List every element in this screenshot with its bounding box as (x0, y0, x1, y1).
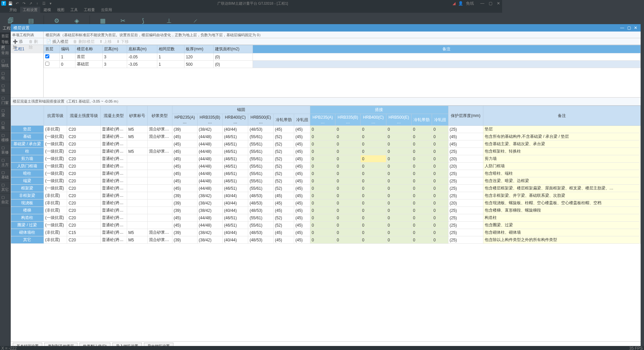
project-list: 单项工程列表 ➕ 添加 🗑 删除 工程1 (11, 32, 44, 97)
sidebar-item[interactable]: ▢ 门窗 (0, 95, 11, 107)
sidebar-item[interactable]: ▢ 梁 (0, 107, 11, 119)
row-name[interactable]: 人防门框墙 (11, 163, 44, 170)
sidebar-item[interactable]: ▢ 基础 (0, 169, 11, 181)
row-name[interactable]: 暗柱 (11, 170, 44, 177)
floor-list-head: 楼层列表（基础层和标准层不能设置为首层。设置首层后，楼层编码自动变化，正数为地上… (44, 32, 502, 38)
close-icon[interactable]: ✕ (496, 1, 501, 6)
menubar: 开始工程设置建模视图工具工程量云应用 (0, 7, 502, 13)
lower-area: 楼层混凝土强度和锚固搭接设置（工程1 基础层, -3.05 ~ -0.05 m）… (11, 97, 502, 272)
sidebar-item[interactable]: ▢ 常用 (0, 45, 11, 57)
first-checkbox[interactable] (45, 62, 49, 66)
tab-2[interactable]: 建模 (41, 7, 54, 13)
concrete-table[interactable]: 抗震等级混凝土强度等级混凝土类型砂浆标号砂浆类型锚固搭接保护层厚度(mm)备注H… (11, 106, 502, 244)
add-project-button[interactable]: ➕ 添加 (13, 39, 26, 44)
row-name[interactable]: 楼梯 (11, 207, 44, 214)
qat-up-icon[interactable]: ↑ (35, 1, 40, 6)
sidebar-item[interactable]: ▢ 自定 (0, 194, 11, 206)
min-icon[interactable]: — (480, 1, 485, 6)
row-name[interactable]: 构造柱 (11, 214, 44, 222)
max-icon[interactable]: ▢ (488, 1, 493, 6)
row-name[interactable]: 剪力墙 (11, 155, 44, 163)
tab-6[interactable]: 云应用 (98, 7, 115, 13)
skin-icon[interactable]: ◢ (452, 1, 455, 6)
sidebar-item[interactable]: ▢ 装修 (0, 144, 11, 157)
sidebar: 首层 导航树 ▢ 常用▢ 轴线▢ 柱▢ 墙▢ 门窗▢ 梁▢ 板▢ 楼梯▢ 装修▢… (0, 33, 11, 268)
app-icon: T (1, 1, 6, 6)
sidebar-item[interactable]: ▢ 轴线 (0, 57, 11, 70)
qat-arrow-icon[interactable]: ↗ (28, 1, 33, 6)
floor-area: 楼层列表（基础层和标准层不能设置为首层。设置首层后，楼层编码自动变化，正数为地上… (44, 32, 502, 97)
sidebar-item[interactable]: ▢ 板 (0, 119, 11, 132)
panel: 楼层设置 — ▢ ✕ 单项工程列表 ➕ 添加 🗑 删除 工程1 楼层列表（基础层… (11, 24, 502, 272)
sidebar-item[interactable]: ▢ 土方 (0, 157, 11, 169)
tab-0[interactable]: 开始 (7, 7, 19, 13)
insert-floor-button[interactable]: 📄 插入楼层 (46, 39, 68, 44)
delete-floor-button: 🗑 删除楼层 (73, 39, 94, 44)
sidebar-item[interactable]: ▢ 楼梯 (0, 132, 11, 144)
del-project-button: 🗑 删除 (29, 39, 41, 44)
titlebar: T 💾 ↶ ↷ ↗ ↑ ☲ ▾ 广联达BIM土建计量平台 GTJ2018 - [… (0, 0, 502, 7)
qat-redo-icon[interactable]: ↷ (21, 1, 26, 6)
row-name[interactable]: 端梁 (11, 177, 44, 185)
concrete-title: 楼层混凝土强度和锚固搭接设置（工程1 基础层, -3.05 ~ -0.05 m） (11, 97, 502, 106)
sidebar-tree: 导航树 (0, 39, 11, 45)
tab-4[interactable]: 工具 (68, 7, 80, 13)
qat-down-icon[interactable]: ▾ (48, 1, 53, 6)
app-title: 广联达BIM土建计量平台 GTJ2018 - [工程1] (53, 1, 452, 6)
tab-1[interactable]: 工程设置 (20, 7, 40, 13)
row-name[interactable]: 基础梁 / 承台梁 (11, 140, 44, 148)
user-icon[interactable]: 👤 (458, 1, 463, 6)
qat: 💾 ↶ ↷ ↗ ↑ ☲ ▾ (8, 1, 53, 6)
tab-5[interactable]: 工程量 (81, 7, 98, 13)
sidebar-item[interactable]: ▢ 柱 (0, 70, 11, 82)
row-name[interactable]: 圈梁 / 过梁 (11, 222, 44, 229)
movedown-button: ⬇ 下移 (116, 39, 129, 44)
sidebar-item[interactable]: ▢ 墙 (0, 82, 11, 95)
sidebar-head: 首层 (0, 33, 11, 39)
row-name[interactable]: 垫层 (11, 126, 44, 133)
moveup-button: ⬆ 上移 (99, 39, 112, 44)
floor-toolbar: 📄 插入楼层 🗑 删除楼层 ⬆ 上移 ⬇ 下移 (44, 38, 502, 45)
panel-header: 楼层设置 — ▢ ✕ (11, 24, 502, 32)
first-checkbox[interactable] (45, 54, 49, 58)
qat-export-icon[interactable]: ☲ (42, 1, 46, 6)
row-name[interactable]: 现浇板 (11, 199, 44, 207)
title-right: ◢ 👤 免纸 — ▢ ✕ (452, 1, 501, 6)
project-head: 单项工程列表 (11, 32, 43, 38)
project-item[interactable]: 工程1 (11, 45, 43, 53)
row-name[interactable]: 基础 (11, 133, 44, 140)
row-name[interactable]: 柱 (11, 148, 44, 155)
project-toolbar: ➕ 添加 🗑 删除 (11, 38, 43, 45)
row-name[interactable]: 砌体墙柱 (11, 229, 44, 236)
row-name[interactable]: 其它 (11, 236, 44, 244)
qat-save-icon[interactable]: 💾 (8, 1, 13, 6)
qat-undo-icon[interactable]: ↶ (15, 1, 19, 6)
tab-3[interactable]: 视图 (54, 7, 67, 13)
user-name[interactable]: 免纸 (466, 1, 474, 6)
floor-table[interactable]: 首层编码楼层名称层高(m)底标高(m)相同层数板厚(mm)建筑面积(m2)备注 … (44, 45, 502, 68)
panel-body: 单项工程列表 ➕ 添加 🗑 删除 工程1 楼层列表（基础层和标准层不能设置为首层… (11, 32, 502, 272)
sidebar-item[interactable]: ▢ 其它 (0, 181, 11, 194)
row-name[interactable]: 框架梁 (11, 185, 44, 192)
panel-title: 楼层设置 (13, 25, 30, 31)
row-name[interactable]: 非框架梁 (11, 192, 44, 199)
